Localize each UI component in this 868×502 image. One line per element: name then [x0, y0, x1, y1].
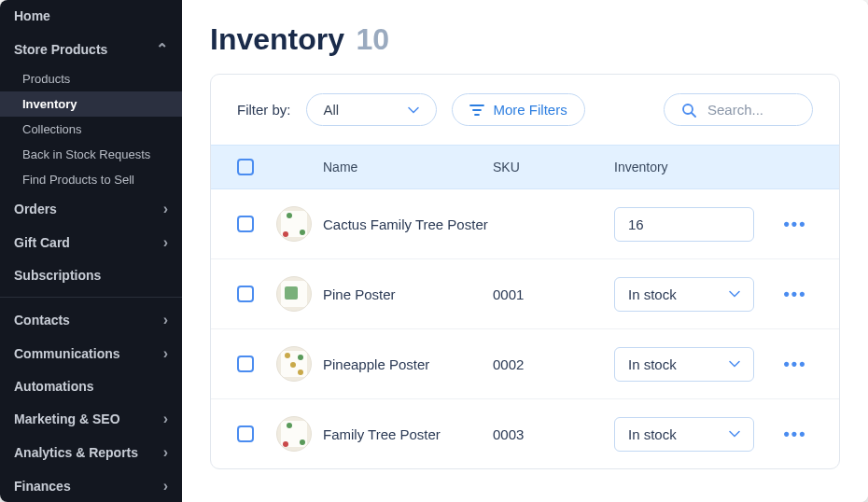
row-actions-button[interactable]: ••• [777, 215, 813, 234]
nav-communications[interactable]: Communications› [0, 337, 182, 370]
row-actions-button[interactable]: ••• [777, 425, 813, 444]
nav-label: Contacts [14, 313, 70, 328]
table-row: Family Tree Poster 0003 In stock ••• [211, 399, 839, 468]
main-content: Inventory 10 Filter by: All More Filters [182, 0, 868, 502]
product-name: Pine Poster [323, 286, 493, 302]
inventory-select[interactable]: In stock [614, 417, 754, 452]
nav-label: Subscriptions [14, 268, 101, 283]
nav-store-products[interactable]: Store Products⌃ [0, 32, 182, 66]
product-thumbnail [276, 276, 312, 312]
nav-sub-find-products[interactable]: Find Products to Sell [0, 167, 182, 192]
sidebar: Home Store Products⌃ Products Inventory … [0, 0, 182, 502]
nav-automations[interactable]: Automations [0, 370, 182, 402]
inventory-input[interactable]: 16 [614, 207, 754, 242]
nav-label: Communications [14, 346, 120, 361]
nav-label: Marketing & SEO [14, 411, 120, 426]
product-sku: 0002 [493, 356, 614, 372]
page-title: Inventory [210, 22, 344, 56]
chevron-right-icon: › [163, 411, 168, 427]
nav-marketing-seo[interactable]: Marketing & SEO› [0, 402, 182, 436]
product-thumbnail [276, 416, 312, 452]
search-input[interactable] [707, 102, 795, 118]
inventory-value: 16 [628, 216, 644, 232]
chevron-right-icon: › [163, 345, 168, 362]
filter-select-value: All [324, 102, 340, 118]
nav-analytics-reports[interactable]: Analytics & Reports› [0, 436, 182, 469]
product-name: Cactus Family Tree Poster [323, 216, 493, 232]
chevron-right-icon: › [163, 201, 168, 217]
nav-subscriptions[interactable]: Subscriptions [0, 259, 182, 291]
svg-line-1 [692, 113, 695, 117]
table-row: Cactus Family Tree Poster 16 ••• [211, 189, 839, 259]
filter-label: Filter by: [237, 102, 291, 118]
col-header-sku: SKU [493, 160, 614, 174]
inventory-select[interactable]: In stock [614, 277, 754, 312]
product-sku: 0001 [493, 286, 614, 302]
nav-finances[interactable]: Finances› [0, 469, 182, 502]
nav-label: Finances [14, 479, 71, 494]
more-filters-button[interactable]: More Filters [452, 93, 585, 126]
inventory-select[interactable]: In stock [614, 347, 754, 382]
col-header-inventory: Inventory [614, 160, 777, 174]
nav-orders[interactable]: Orders› [0, 192, 182, 226]
inventory-value: In stock [628, 356, 677, 372]
inventory-value: In stock [628, 426, 677, 442]
chevron-down-icon [408, 106, 419, 114]
app-shell: Home Store Products⌃ Products Inventory … [0, 0, 868, 502]
product-sku: 0003 [493, 426, 614, 442]
search-icon [681, 103, 696, 118]
nav-label: Orders [14, 202, 57, 216]
product-thumbnail [276, 346, 312, 382]
nav-contacts[interactable]: Contacts› [0, 303, 182, 337]
row-checkbox[interactable] [237, 356, 254, 372]
col-header-name: Name [323, 160, 493, 174]
chevron-right-icon: › [163, 478, 168, 495]
inventory-panel: Filter by: All More Filters [210, 74, 840, 469]
nav-label: Store Products [14, 42, 107, 57]
chevron-right-icon: › [163, 444, 168, 461]
filter-bar: Filter by: All More Filters [211, 75, 839, 145]
chevron-down-icon [729, 430, 740, 438]
search-field[interactable] [664, 93, 813, 126]
table-header: Name SKU Inventory [211, 145, 839, 189]
nav-gift-card[interactable]: Gift Card› [0, 226, 182, 259]
nav-label: Analytics & Reports [14, 445, 138, 460]
table-row: Pineapple Poster 0002 In stock ••• [211, 329, 839, 399]
row-checkbox[interactable] [237, 216, 254, 232]
product-name: Pineapple Poster [323, 356, 493, 372]
row-actions-button[interactable]: ••• [777, 285, 813, 304]
chevron-down-icon [729, 360, 740, 368]
inventory-value: In stock [628, 286, 677, 302]
nav-sub-products[interactable]: Products [0, 66, 182, 91]
select-all-checkbox[interactable] [237, 159, 254, 175]
chevron-down-icon [729, 290, 740, 298]
chevron-right-icon: › [163, 312, 168, 328]
nav-sub-collections[interactable]: Collections [0, 117, 182, 142]
row-checkbox[interactable] [237, 425, 254, 442]
nav-sub-inventory[interactable]: Inventory [0, 91, 182, 117]
table-row: Pine Poster 0001 In stock ••• [211, 259, 839, 329]
filter-select[interactable]: All [306, 93, 437, 126]
nav-sub-back-in-stock[interactable]: Back in Stock Requests [0, 142, 182, 167]
nav-label: Home [14, 8, 50, 23]
product-name: Family Tree Poster [323, 426, 493, 442]
more-filters-label: More Filters [494, 102, 567, 118]
chevron-right-icon: › [163, 234, 168, 251]
row-actions-button[interactable]: ••• [777, 355, 813, 374]
page-header: Inventory 10 [182, 0, 868, 74]
nav-label: Automations [14, 379, 94, 394]
nav-home[interactable]: Home [0, 0, 182, 32]
row-checkbox[interactable] [237, 286, 254, 302]
page-count: 10 [356, 22, 389, 56]
filter-icon [469, 104, 484, 117]
divider [0, 297, 182, 298]
product-thumbnail [276, 206, 312, 242]
nav-label: Gift Card [14, 235, 70, 250]
chevron-up-icon: ⌃ [156, 40, 168, 58]
